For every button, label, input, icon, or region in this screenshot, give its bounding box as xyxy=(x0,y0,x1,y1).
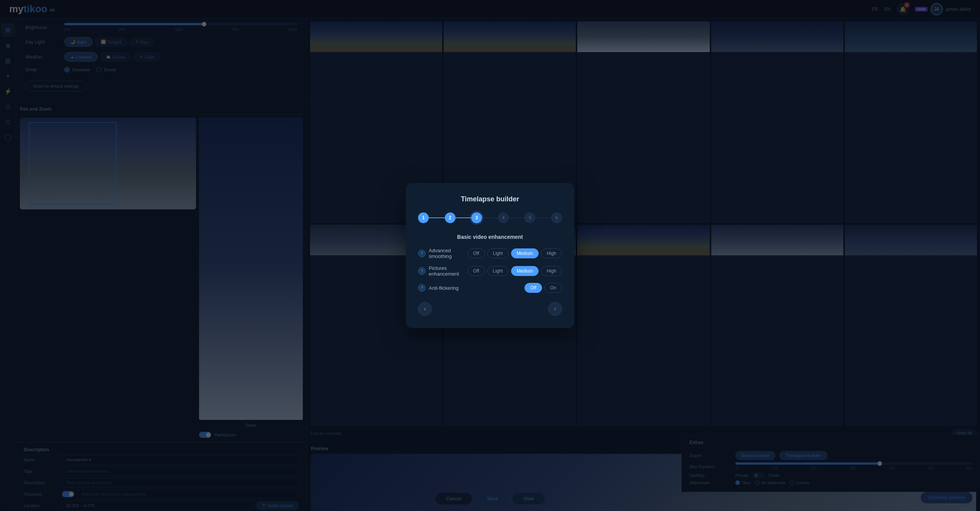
anti-flickering-help[interactable]: ? xyxy=(418,284,426,292)
pictures-enhancement-row: ? Pictures enhancement Off Light Medium … xyxy=(418,265,562,277)
flicker-off-btn[interactable]: Off xyxy=(524,283,542,293)
modal-overlay: Timelapse builder 1 2 3 4 5 xyxy=(0,0,980,511)
stepper-steps: 1 2 3 4 5 6 xyxy=(418,212,562,223)
step-4[interactable]: 4 xyxy=(498,212,509,223)
anti-flickering-label: Anti-flickering xyxy=(429,285,524,291)
pictures-high-btn[interactable]: High xyxy=(541,266,562,276)
advanced-smoothing-row: ? Advanced smoothing Off Light Medium Hi… xyxy=(418,248,562,259)
advanced-smoothing-help[interactable]: ? xyxy=(418,250,426,257)
flicker-on-btn[interactable]: On xyxy=(544,283,562,293)
timelapse-builder-modal: Timelapse builder 1 2 3 4 5 xyxy=(406,183,574,328)
modal-nav: ‹ › xyxy=(418,302,562,316)
step-1[interactable]: 1 xyxy=(418,212,429,223)
anti-flickering-row: ? Anti-flickering Off On xyxy=(418,283,562,293)
pictures-light-btn[interactable]: Light xyxy=(487,266,509,276)
pictures-medium-btn[interactable]: Medium xyxy=(511,266,539,276)
pictures-off-btn[interactable]: Off xyxy=(467,266,485,276)
advanced-smoothing-options: Off Light Medium High xyxy=(467,248,562,258)
modal-next-btn[interactable]: › xyxy=(548,302,562,316)
stepper: 1 2 3 4 5 6 xyxy=(418,212,562,223)
pictures-enhancement-options: Off Light Medium High xyxy=(467,266,562,276)
step-6[interactable]: 6 xyxy=(551,212,562,223)
modal-prev-btn[interactable]: ‹ xyxy=(418,302,432,316)
pictures-enhancement-help[interactable]: ? xyxy=(418,267,426,275)
smoothing-medium-btn[interactable]: Medium xyxy=(511,248,539,258)
step-3[interactable]: 3 xyxy=(471,212,482,223)
smoothing-high-btn[interactable]: High xyxy=(541,248,562,258)
smoothing-light-btn[interactable]: Light xyxy=(487,248,509,258)
step-2[interactable]: 2 xyxy=(445,212,456,223)
modal-title: Timelapse builder xyxy=(418,195,562,203)
section-title: Basic video enhancement xyxy=(418,234,562,240)
anti-flickering-options: Off On xyxy=(524,283,562,293)
advanced-smoothing-label: Advanced smoothing xyxy=(429,248,467,259)
pictures-enhancement-label: Pictures enhancement xyxy=(429,265,467,277)
smoothing-off-btn[interactable]: Off xyxy=(467,248,485,258)
step-5[interactable]: 5 xyxy=(524,212,535,223)
